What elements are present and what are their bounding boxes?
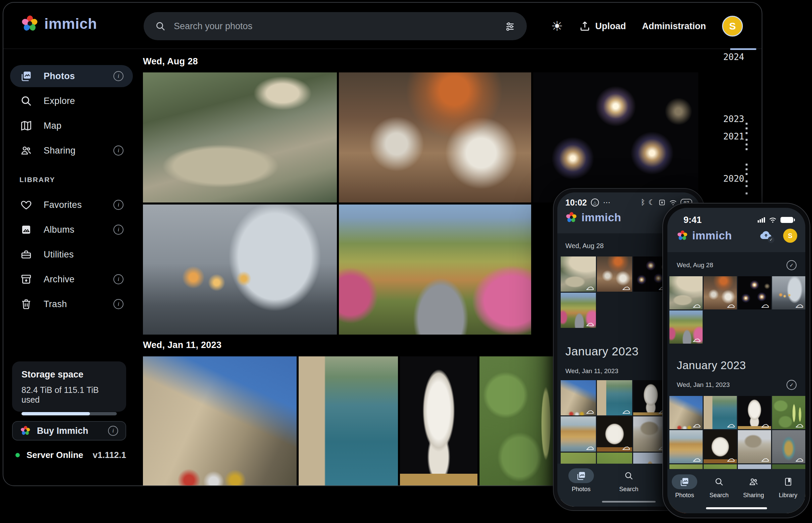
user-avatar[interactable]: S	[783, 229, 797, 243]
home-indicator[interactable]	[602, 501, 656, 503]
sidebar-item-albums[interactable]: Albums i	[10, 219, 133, 241]
nav-photos[interactable]: Photos	[568, 468, 594, 493]
photo-fireworks[interactable]	[533, 72, 698, 202]
iphone-brand-wordmark: immich	[692, 229, 732, 242]
info-icon[interactable]: i	[114, 274, 123, 284]
cloud-sync-icon: ☁	[693, 421, 701, 429]
photo-fortress-harbor[interactable]: ☁	[704, 396, 737, 429]
photo-dinner-table[interactable]: ☁	[597, 256, 632, 292]
upload-icon	[579, 20, 590, 32]
photo-zoo-monkeys[interactable]	[143, 72, 337, 202]
photo-fortress-wall[interactable]: ☁	[669, 396, 703, 429]
photo-ornate-crown[interactable]: ☁	[772, 430, 805, 463]
map-icon	[20, 120, 32, 132]
info-icon[interactable]: i	[114, 299, 123, 309]
info-icon[interactable]: i	[108, 426, 118, 436]
home-indicator[interactable]	[706, 507, 767, 509]
iphone-date-row-2: Wed, Jan 11, 2023 ✓	[668, 372, 805, 396]
sidebar-item-explore[interactable]: Explore	[10, 90, 133, 112]
immich-logo-icon	[21, 15, 39, 33]
timeline-year-2023[interactable]: 2023	[723, 114, 744, 124]
heart-icon	[20, 199, 32, 211]
photo-fortress-wall[interactable]	[143, 356, 297, 485]
photo-fortress-harbor[interactable]	[299, 356, 398, 485]
photo-fireworks[interactable]: ☁	[738, 276, 771, 309]
nav-photos[interactable]: Photos	[672, 474, 697, 499]
photo-autumn-park[interactable]: ☁	[561, 293, 596, 328]
albums-icon	[20, 223, 32, 236]
photo-autumn-park[interactable]	[339, 204, 531, 335]
search-input[interactable]	[174, 21, 497, 32]
sidebar-item-archive[interactable]: Archive i	[10, 268, 133, 290]
nav-sharing[interactable]: Sharing	[741, 474, 766, 499]
android-brand-wordmark: immich	[582, 211, 621, 224]
timeline-year-2020[interactable]: 2020	[723, 174, 744, 184]
cloud-sync-icon: ☁	[622, 443, 630, 451]
photo-holding-hands[interactable]	[143, 204, 337, 335]
cloud-sync-icon: ☁	[796, 301, 803, 309]
photo-beach-cliff[interactable]: ☁	[669, 430, 703, 463]
photo-zoo-monkeys[interactable]: ☁	[561, 256, 596, 292]
storage-space-card: Storage space 82.4 TiB of 115.1 TiB used	[12, 361, 126, 412]
photo-marble-bust[interactable]: ☁	[738, 396, 771, 429]
cloud-sync-icon: ☁	[622, 407, 630, 415]
photo-dinner-table[interactable]	[339, 72, 531, 202]
cloud-sync-icon: ☁	[586, 443, 594, 451]
cloud-sync-icon: ☁	[761, 455, 769, 463]
immich-logo-icon	[565, 212, 577, 223]
cloud-sync-icon: ☁	[622, 283, 630, 291]
photo-holding-hands[interactable]: ☁	[772, 276, 805, 309]
buy-immich-button[interactable]: Buy Immich i	[12, 421, 126, 440]
photo-fortress-wall[interactable]: ☁	[561, 380, 596, 415]
photo-beach-cliff[interactable]: ☁	[561, 416, 596, 452]
info-icon[interactable]: i	[114, 145, 123, 156]
iphone-date-row: Wed, Aug 28 ✓	[668, 252, 805, 276]
nav-search[interactable]: Search	[706, 474, 732, 499]
photo-castle-ruins[interactable]: ☁	[738, 430, 771, 463]
photo-row	[143, 204, 531, 335]
photo-zoo-monkeys[interactable]: ☁	[669, 276, 703, 309]
info-icon[interactable]: i	[114, 71, 123, 81]
cell-signal-icon	[758, 217, 765, 222]
sidebar-item-trash[interactable]: Trash i	[10, 293, 133, 315]
photo-marble-bust[interactable]	[400, 356, 478, 485]
nav-label: Search	[710, 492, 729, 499]
upload-button[interactable]: Upload	[579, 20, 626, 32]
search-filters-icon[interactable]	[505, 21, 515, 32]
iphone-app-bar: immich ✓ S	[668, 227, 805, 243]
cloud-backup-icon[interactable]: ✓	[759, 230, 773, 242]
sidebar-item-utilities[interactable]: Utilities	[10, 244, 133, 266]
photo-autumn-park[interactable]: ☁	[669, 310, 703, 344]
storage-progress-fill	[21, 412, 90, 415]
nav-search[interactable]: Search	[616, 468, 642, 493]
search-bar[interactable]	[144, 12, 527, 40]
cloud-sync-icon: ☁	[586, 320, 594, 327]
photo-marble-relief[interactable]: ☁	[704, 430, 737, 463]
select-all-check-icon[interactable]: ✓	[787, 260, 797, 270]
nav-label: Library	[779, 492, 797, 499]
iphone-photo-grid-aug: ☁☁☁☁☁	[668, 276, 805, 344]
info-icon[interactable]: i	[114, 224, 123, 235]
storage-title: Storage space	[21, 369, 117, 380]
select-all-check-icon[interactable]: ✓	[787, 380, 797, 390]
immich-flower-icon	[20, 426, 31, 436]
nav-library[interactable]: Library	[775, 474, 801, 499]
timeline-year-2024[interactable]: 2024	[723, 52, 744, 62]
info-icon[interactable]: i	[114, 200, 123, 210]
sidebar-item-map[interactable]: Map	[10, 115, 133, 137]
timeline-year-2021[interactable]: 2021	[723, 131, 744, 142]
sidebar-item-favorites[interactable]: Favorites i	[10, 194, 133, 216]
theme-toggle-icon[interactable]: ☀	[551, 19, 563, 33]
search-icon	[155, 21, 166, 32]
user-avatar[interactable]: S	[722, 16, 743, 37]
photo-dinner-table[interactable]: ☁	[704, 276, 737, 309]
cloud-sync-icon: ☁	[586, 283, 594, 291]
photo-fortress-harbor[interactable]: ☁	[597, 380, 632, 415]
iphone-bottom-nav: Photos Search Sharing Library	[668, 469, 805, 513]
photo-marble-relief[interactable]: ☁	[597, 416, 632, 452]
sidebar-item-sharing[interactable]: Sharing i	[10, 140, 133, 162]
sidebar-item-photos[interactable]: Photos i	[10, 65, 133, 87]
photo-sea-grapes[interactable]: ☁	[772, 396, 805, 429]
administration-link[interactable]: Administration	[642, 21, 706, 32]
sidebar: Photos i Explore Map Sharing	[3, 49, 140, 485]
